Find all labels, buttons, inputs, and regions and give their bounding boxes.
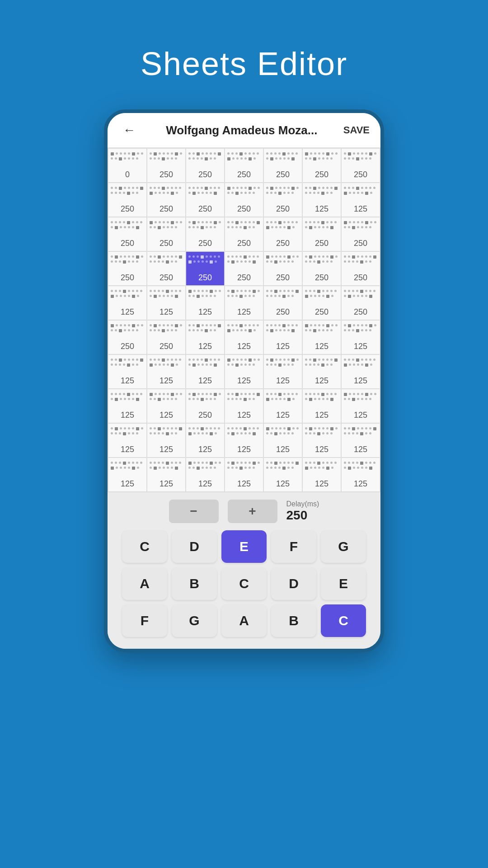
grid-cell-3-4[interactable]: 250 xyxy=(264,252,302,285)
grid-cell-5-0[interactable]: 250 xyxy=(108,321,146,354)
grid-cell-1-4[interactable]: 250 xyxy=(264,183,302,217)
grid-cell-3-3[interactable]: 250 xyxy=(225,252,263,285)
grid-cell-6-6[interactable]: 125 xyxy=(342,355,380,388)
grid-cell-0-4[interactable]: 250 xyxy=(264,149,302,182)
grid-cell-7-0[interactable]: 125 xyxy=(108,389,146,423)
grid-cell-2-1[interactable]: 250 xyxy=(147,217,185,251)
grid-cell-6-3[interactable]: 125 xyxy=(225,355,263,388)
grid-cell-9-1[interactable]: 125 xyxy=(147,458,185,491)
grid-cell-3-0[interactable]: 250 xyxy=(108,252,146,285)
grid-cell-5-3[interactable]: 125 xyxy=(225,321,263,354)
note-btn-row1-0[interactable]: C xyxy=(122,530,167,563)
grid-cell-9-3[interactable]: 125 xyxy=(225,458,263,491)
grid-cell-9-2[interactable]: 125 xyxy=(186,458,224,491)
grid-cell-2-3[interactable]: 250 xyxy=(225,217,263,251)
grid-cell-4-1[interactable]: 125 xyxy=(147,286,185,320)
note-btn-row1-3[interactable]: F xyxy=(271,530,316,563)
grid-cell-0-2[interactable]: 250 xyxy=(186,149,224,182)
grid-cell-7-3[interactable]: 125 xyxy=(225,389,263,423)
grid-cell-7-4[interactable]: 125 xyxy=(264,389,302,423)
grid-cell-2-2[interactable]: 250 xyxy=(186,217,224,251)
grid-cell-4-5[interactable]: 250 xyxy=(303,286,341,320)
grid-cell-3-5[interactable]: 250 xyxy=(303,252,341,285)
grid-cell-6-1[interactable]: 125 xyxy=(147,355,185,388)
back-button[interactable]: ← xyxy=(118,121,140,139)
cell-value-6-1: 125 xyxy=(160,376,173,386)
grid-cell-5-5[interactable]: 125 xyxy=(303,321,341,354)
grid-cell-3-6[interactable]: 250 xyxy=(342,252,380,285)
grid-cell-9-0[interactable]: 125 xyxy=(108,458,146,491)
grid-cell-4-6[interactable]: 250 xyxy=(342,286,380,320)
note-btn-row2-1[interactable]: B xyxy=(172,567,217,600)
grid-cell-1-2[interactable]: 250 xyxy=(186,183,224,217)
grid-cell-1-3[interactable]: 250 xyxy=(225,183,263,217)
grid-cell-4-2[interactable]: 125 xyxy=(186,286,224,320)
grid-cell-0-0[interactable]: 0 xyxy=(108,149,146,182)
grid-cell-0-1[interactable]: 250 xyxy=(147,149,185,182)
cell-value-4-0: 125 xyxy=(121,307,134,317)
grid-cell-5-2[interactable]: 125 xyxy=(186,321,224,354)
note-btn-row3-4[interactable]: C xyxy=(321,604,366,637)
grid-cell-0-5[interactable]: 250 xyxy=(303,149,341,182)
grid-cell-9-5[interactable]: 125 xyxy=(303,458,341,491)
grid-cell-2-5[interactable]: 250 xyxy=(303,217,341,251)
grid-cell-8-6[interactable]: 125 xyxy=(342,424,380,457)
grid-cell-6-2[interactable]: 125 xyxy=(186,355,224,388)
grid-cell-8-1[interactable]: 125 xyxy=(147,424,185,457)
note-btn-row3-2[interactable]: A xyxy=(221,604,267,637)
grid-cell-1-6[interactable]: 125 xyxy=(342,183,380,217)
cell-value-2-1: 250 xyxy=(160,239,173,248)
grid-cell-4-3[interactable]: 125 xyxy=(225,286,263,320)
page-title: Sheets Editor xyxy=(141,45,347,82)
grid-cell-7-5[interactable]: 125 xyxy=(303,389,341,423)
grid-cell-5-6[interactable]: 125 xyxy=(342,321,380,354)
decrease-button[interactable]: − xyxy=(169,500,219,523)
grid-cell-6-5[interactable]: 125 xyxy=(303,355,341,388)
grid-cell-8-3[interactable]: 125 xyxy=(225,424,263,457)
note-btn-row3-1[interactable]: G xyxy=(172,604,217,637)
grid-cell-9-6[interactable]: 125 xyxy=(342,458,380,491)
cell-value-2-2: 250 xyxy=(198,239,212,248)
note-btn-row2-4[interactable]: E xyxy=(321,567,366,600)
increase-button[interactable]: + xyxy=(228,500,277,523)
save-button[interactable]: SAVE xyxy=(343,124,370,136)
grid-cell-4-0[interactable]: 125 xyxy=(108,286,146,320)
grid-cell-1-5[interactable]: 125 xyxy=(303,183,341,217)
bottom-panel: − + Delay(ms) 250 CDEFG ABCDE FGABC xyxy=(108,492,380,649)
note-btn-row1-1[interactable]: D xyxy=(172,530,217,563)
grid-cell-4-4[interactable]: 250 xyxy=(264,286,302,320)
grid-cell-2-6[interactable]: 250 xyxy=(342,217,380,251)
grid-cell-7-1[interactable]: 125 xyxy=(147,389,185,423)
note-btn-row2-0[interactable]: A xyxy=(122,567,167,600)
grid-cell-6-0[interactable]: 125 xyxy=(108,355,146,388)
grid-cell-7-2[interactable]: 250 xyxy=(186,389,224,423)
grid-cell-3-1[interactable]: 250 xyxy=(147,252,185,285)
cell-value-8-3: 125 xyxy=(237,445,251,454)
note-btn-row2-3[interactable]: D xyxy=(271,567,316,600)
grid-cell-2-0[interactable]: 250 xyxy=(108,217,146,251)
grid-cell-8-2[interactable]: 125 xyxy=(186,424,224,457)
grid-cell-1-1[interactable]: 250 xyxy=(147,183,185,217)
note-btn-row1-2[interactable]: E xyxy=(221,530,267,563)
grid-cell-7-6[interactable]: 125 xyxy=(342,389,380,423)
grid-cell-6-4[interactable]: 125 xyxy=(264,355,302,388)
grid-cell-9-4[interactable]: 125 xyxy=(264,458,302,491)
grid-cell-1-0[interactable]: 250 xyxy=(108,183,146,217)
grid-cell-8-4[interactable]: 125 xyxy=(264,424,302,457)
grid-cell-3-2[interactable]: 250 xyxy=(186,252,224,285)
cell-value-7-0: 125 xyxy=(121,410,134,420)
grid-cell-5-4[interactable]: 125 xyxy=(264,321,302,354)
cell-value-6-5: 125 xyxy=(315,376,328,386)
grid-cell-0-6[interactable]: 250 xyxy=(342,149,380,182)
note-btn-row3-0[interactable]: F xyxy=(122,604,167,637)
grid-cell-8-5[interactable]: 125 xyxy=(303,424,341,457)
grid-cell-8-0[interactable]: 125 xyxy=(108,424,146,457)
note-btn-row2-2[interactable]: C xyxy=(221,567,267,600)
cell-value-7-4: 125 xyxy=(276,410,290,420)
cell-value-6-6: 125 xyxy=(354,376,367,386)
grid-cell-0-3[interactable]: 250 xyxy=(225,149,263,182)
grid-cell-2-4[interactable]: 250 xyxy=(264,217,302,251)
note-btn-row3-3[interactable]: B xyxy=(271,604,316,637)
note-btn-row1-4[interactable]: G xyxy=(321,530,366,563)
grid-cell-5-1[interactable]: 250 xyxy=(147,321,185,354)
